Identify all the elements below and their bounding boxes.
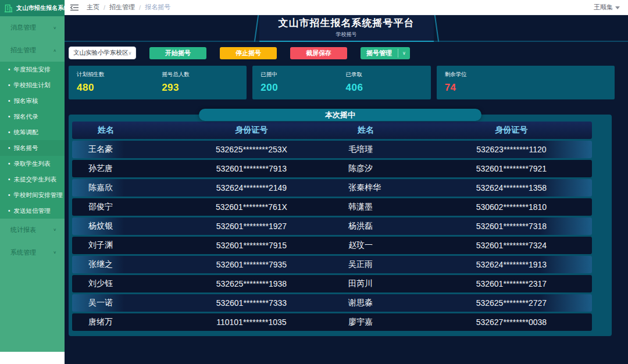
bullet-icon: • xyxy=(8,82,10,88)
sidebar-item[interactable]: •发送短信管理 xyxy=(0,203,65,219)
sidebar-item[interactable]: •报名审核 xyxy=(0,93,65,109)
table-header-row: 姓名身份证号姓名身份证号 xyxy=(72,122,592,139)
app-logo: 文山市招生报名系统 xyxy=(0,0,65,16)
id-cell: 532601********7318 xyxy=(431,222,592,231)
table-row: 孙艺唐532601********7913陈彦汐532601********79… xyxy=(72,160,592,177)
table-row: 刘少钰532625********1938田芮川532601********23… xyxy=(72,275,592,292)
name-cell: 田芮川 xyxy=(332,279,431,289)
id-cell: 532627********0038 xyxy=(431,317,592,327)
id-cell: 532625********253X xyxy=(171,145,332,154)
id-cell: 532624********1913 xyxy=(431,260,592,269)
lottery-result-section: 本次摇中 姓名身份证号姓名身份证号 王名豪532625********253X毛… xyxy=(69,115,612,336)
sidebar-item[interactable]: •学校时间安排管理 xyxy=(0,187,65,203)
stat: 摇号总人数293 xyxy=(162,71,247,99)
column-header: 身份证号 xyxy=(431,125,592,135)
page-subtitle: 学校摇号 xyxy=(336,31,357,38)
breadcrumb: 主页/招生管理/报名摇号 xyxy=(87,3,170,12)
stat-value: 293 xyxy=(162,82,247,94)
table-body: 王名豪532625********253X毛培瑾532623********11… xyxy=(72,141,592,331)
chevron-down-icon: ∨ xyxy=(53,26,56,30)
table-row: 杨炆银532601********1927杨洪磊532601********73… xyxy=(72,217,592,235)
sidebar: 文山市招生报名系统 消息管理∨招生管理∧•年度招生安排•学校招生计划•报名审核•… xyxy=(0,0,65,364)
table-row: 张继之532601********7935吴正雨532624********19… xyxy=(72,256,592,273)
name-cell: 杨炆银 xyxy=(72,221,171,231)
stat-value: 200 xyxy=(261,82,345,94)
name-cell: 王名豪 xyxy=(72,144,171,155)
bullet-icon: • xyxy=(8,129,10,135)
id-cell: 532601********1927 xyxy=(171,222,332,231)
controls-row: 文山实验小学东校区 ∨ 开始摇号 停止摇号 截屏保存 摇号管理 ∨ xyxy=(69,47,615,59)
name-cell: 赵玟一 xyxy=(332,240,431,251)
stat-label: 已录取 xyxy=(345,71,430,78)
table-row: 刘子渊532601********7915赵玟一532601********73… xyxy=(72,237,592,254)
screenshot-save-button[interactable]: 截屏保存 xyxy=(290,47,347,59)
sidebar-item[interactable]: •学校招生计划 xyxy=(0,77,65,93)
breadcrumb-item[interactable]: 主页 xyxy=(87,3,99,12)
id-cell: 532601********7921 xyxy=(431,164,592,173)
stat: 计划招生数480 xyxy=(77,71,162,99)
name-cell: 陈嘉欣 xyxy=(72,183,171,193)
table-row: 王名豪532625********253X毛培瑾532623********11… xyxy=(72,141,592,158)
building-icon xyxy=(3,3,13,13)
sidebar-item[interactable]: •未提交学生列表 xyxy=(0,172,65,187)
name-cell: 韩潇墨 xyxy=(332,202,431,212)
stat: 已摇中200 xyxy=(261,71,345,99)
name-cell: 刘少钰 xyxy=(72,279,171,289)
id-cell: 110101********1035 xyxy=(171,317,332,327)
column-header: 姓名 xyxy=(332,125,431,135)
chevron-down-icon: ∨ xyxy=(398,47,410,59)
sidebar-item[interactable]: •年度招生安排 xyxy=(0,62,65,77)
stats-row: 计划招生数480摇号总人数293已摇中200已录取406剩余学位74 xyxy=(69,66,615,99)
sidebar-item[interactable]: •统筹调配 xyxy=(0,124,65,140)
chevron-up-icon: ∧ xyxy=(53,48,56,52)
sidebar-submenu: •年度招生安排•学校招生计划•报名审核•报名代录•统筹调配•报名摇号•录取学生列… xyxy=(0,62,65,219)
breadcrumb-separator: / xyxy=(104,4,105,11)
chevron-down-icon: ∨ xyxy=(53,228,56,232)
sidebar-group[interactable]: 招生管理∧ xyxy=(0,39,65,62)
title-banner: 文山市招生报名系统摇号平台 学校摇号 xyxy=(259,15,434,42)
id-cell: 532601********761X xyxy=(171,202,332,212)
sidebar-group-label: 消息管理 xyxy=(10,23,36,32)
breadcrumb-item[interactable]: 招生管理 xyxy=(109,3,135,12)
bullet-icon: • xyxy=(8,176,10,183)
stat-value: 480 xyxy=(77,82,162,94)
stop-lottery-button[interactable]: 停止摇号 xyxy=(220,47,277,59)
chevron-down-icon xyxy=(615,6,620,9)
sidebar-item[interactable]: •报名代录 xyxy=(0,109,65,124)
breadcrumb-item[interactable]: 报名摇号 xyxy=(145,3,170,12)
bullet-icon: • xyxy=(8,66,10,73)
bullet-icon: • xyxy=(8,208,10,214)
lottery-manage-dropdown[interactable]: 摇号管理 ∨ xyxy=(361,47,410,59)
stat-label: 剩余学位 xyxy=(445,71,530,78)
page-title: 文山市招生报名系统摇号平台 xyxy=(279,17,415,29)
main-content: 文山市招生报名系统摇号平台 学校摇号 文山实验小学东校区 ∨ 开始摇号 停止摇号… xyxy=(65,15,628,364)
name-cell: 谢思淼 xyxy=(332,298,431,308)
name-cell: 毛培瑾 xyxy=(332,144,431,155)
sidebar-item[interactable]: •报名摇号 xyxy=(0,140,65,156)
sidebar-group-label: 系统管理 xyxy=(10,248,36,257)
menu-fold-icon[interactable] xyxy=(70,4,78,11)
id-cell: 530602********1810 xyxy=(431,202,592,212)
school-select[interactable]: 文山实验小学东校区 ∨ xyxy=(69,47,136,59)
chevron-down-icon: ∨ xyxy=(129,51,132,56)
sidebar-group[interactable]: 系统管理∨ xyxy=(0,241,65,264)
stat-value: 406 xyxy=(345,82,430,94)
bullet-icon: • xyxy=(8,192,10,198)
sidebar-item[interactable]: •录取学生列表 xyxy=(0,156,65,172)
stat: 剩余学位74 xyxy=(445,71,530,99)
sidebar-group[interactable]: 统计报表∨ xyxy=(0,219,65,241)
start-lottery-button[interactable]: 开始摇号 xyxy=(149,47,206,59)
school-select-value: 文山实验小学东校区 xyxy=(73,49,129,57)
id-cell: 532624********2149 xyxy=(171,183,332,192)
id-cell: 532624********1358 xyxy=(431,183,592,192)
breadcrumb-separator: / xyxy=(139,4,141,11)
column-header: 姓名 xyxy=(72,125,171,135)
id-cell: 532625********2727 xyxy=(431,298,592,308)
name-cell: 杨洪磊 xyxy=(332,221,431,231)
sidebar-nav: 消息管理∨招生管理∧•年度招生安排•学校招生计划•报名审核•报名代录•统筹调配•… xyxy=(0,16,65,264)
bullet-icon: • xyxy=(8,145,10,151)
content-area: 文山实验小学东校区 ∨ 开始摇号 停止摇号 截屏保存 摇号管理 ∨ 计划招生数4… xyxy=(65,47,628,336)
user-menu[interactable]: 王顺集 xyxy=(594,3,620,12)
bullet-icon: • xyxy=(8,113,10,120)
sidebar-group[interactable]: 消息管理∨ xyxy=(0,16,65,39)
